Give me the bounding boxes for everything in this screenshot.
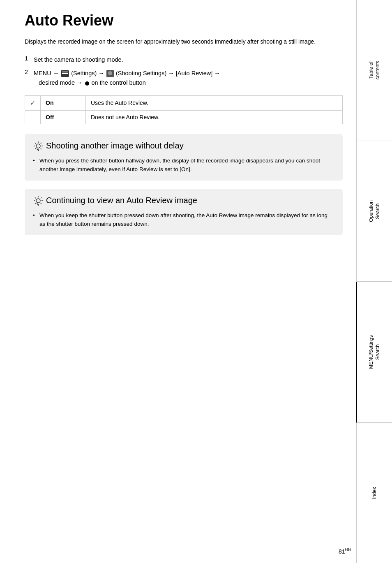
bullet-circle-icon [85,81,89,86]
check-cell-off [25,110,41,124]
tip-body-2-text: When you keep the shutter button pressed… [39,211,334,229]
tip-title-1: Shooting another image without delay [33,141,334,151]
svg-line-18 [35,203,36,204]
svg-line-9 [37,149,39,151]
svg-point-10 [36,199,40,203]
svg-line-17 [41,197,42,198]
tip-bullet-1: • [33,156,37,165]
sidebar-item-toc[interactable]: Table ofcontents [356,0,392,141]
tip-body-1-text: When you press the shutter button halfwa… [39,156,334,174]
tip-box-2: Continuing to view an Auto Review image … [25,189,343,235]
sidebar-item-index[interactable]: Index [356,423,392,563]
steps: 1 Set the camera to shooting mode. 2 MEN… [25,55,343,88]
svg-line-19 [37,204,39,205]
page-title: Auto Review [25,12,343,29]
step-1-text: Set the camera to shooting mode. [34,55,123,65]
main-content: Auto Review Displays the recorded image … [16,0,351,268]
tip-body-1: • When you press the shutter button half… [33,156,334,174]
tip-box-1: Shooting another image without delay • W… [25,134,343,181]
shooting-settings-icon [106,70,114,77]
desc-on: Uses the Auto Review. [86,95,343,110]
svg-point-0 [36,144,40,148]
step-2-num: 2 [25,69,31,75]
hint-icon-1 [33,141,44,151]
page-number: 81GB [339,547,351,555]
settings-icon [61,70,69,77]
step-2: 2 MENU → (Settings) → (Shooting Settings… [25,69,343,88]
label-off: Off [41,110,86,124]
hint-icon-2 [33,195,44,206]
desc-off: Does not use Auto Review. [86,110,343,124]
svg-line-16 [41,203,42,204]
tip-body-2: • When you keep the shutter button press… [33,211,334,229]
sidebar-label-menu: MENU/SettingsSearch [368,335,381,369]
check-cell-on: ✓ [25,95,41,110]
table-row-on: ✓ On Uses the Auto Review. [25,95,343,110]
step-2-text: MENU → (Settings) → (Shooting Settings) … [34,69,220,88]
description: Displays the recorded image on the scree… [25,37,343,46]
tip-bullet-2: • [33,211,37,220]
label-on: On [41,95,86,110]
svg-line-5 [35,143,36,144]
checkmark-icon: ✓ [30,100,35,107]
tip-title-1-text: Shooting another image without delay [46,141,184,151]
sidebar-label-index: Index [371,487,378,499]
sidebar-label-operation: OperationSearch [368,200,381,222]
svg-line-15 [35,197,36,198]
step-1: 1 Set the camera to shooting mode. [25,55,343,65]
sidebar: Table ofcontents OperationSearch MENU/Se… [356,0,392,563]
tip-title-2: Continuing to view an Auto Review image [33,195,334,206]
svg-line-8 [35,148,36,149]
svg-line-6 [41,148,42,149]
step-1-num: 1 [25,55,31,62]
svg-line-7 [41,143,42,144]
sidebar-label-toc: Table ofcontents [368,61,381,79]
sidebar-item-operation[interactable]: OperationSearch [356,141,392,282]
sidebar-item-menu[interactable]: MENU/SettingsSearch [356,282,392,423]
tip-title-2-text: Continuing to view an Auto Review image [46,196,197,205]
options-table: ✓ On Uses the Auto Review. Off Does not … [25,95,343,124]
table-row-off: Off Does not use Auto Review. [25,110,343,124]
